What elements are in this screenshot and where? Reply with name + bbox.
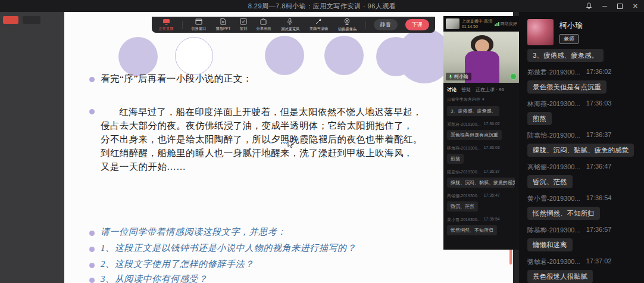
decor-circle	[324, 36, 364, 75]
ppt-document-icon	[220, 18, 226, 25]
webcam-icon	[343, 18, 351, 26]
decor-circle	[265, 36, 304, 75]
slide-heading: 看完“序”后再看一小段小说的正文：	[101, 73, 252, 85]
chat-sidebar: 柯小瑜 老师 3、疲倦感、疲惫感。 郑楚君-2019300...17:36:02…	[519, 12, 644, 283]
slide-paragraph: 红海早过了，船在印度洋面上开驶着，但是太阳依然不饶人地迟落早起， 侵占去大部分的…	[101, 105, 468, 173]
bullet-dot	[89, 231, 95, 236]
network-status: 网络良好	[495, 21, 517, 27]
window-controls: ─ ✕	[586, 0, 638, 12]
toolbar-webcam[interactable]: 切换摄像头	[337, 18, 358, 32]
bullet-dot	[89, 109, 95, 114]
slide-question-1: 1、这段正文是以钱钟书还是小说中人物的视角来进行描写的？	[101, 242, 356, 254]
slide-question-2: 2、这段文字使用了怎样的修辞手法？	[101, 259, 254, 270]
teacher-badge: 老师	[559, 34, 579, 44]
preview-header: 上课直播中·高清 01:14:50 网络良好	[443, 16, 520, 32]
checkin-icon	[240, 18, 247, 25]
taskbar-tag-dark[interactable]	[23, 16, 40, 24]
chat-meta: 骆敏君-2019300...17:37:02	[527, 257, 636, 266]
chat-meta: 林海燕-2019300...17:36:03	[527, 99, 636, 108]
toolbar-switch-window[interactable]: 切换窗口	[190, 18, 207, 32]
maximize-icon[interactable]	[617, 4, 623, 9]
live-screen-icon	[162, 18, 170, 25]
mini-message-bubble: 3、疲倦感、疲惫感。	[447, 106, 499, 116]
toolbar-divider	[182, 21, 183, 29]
chat-meta: 陈慕桦-2019300...17:36:57	[527, 226, 636, 235]
tab-in-class-count[interactable]: 正在上课 · 96	[476, 86, 504, 93]
window-title: 8.29周—7.8柯小瑜：应用文写作实训 · 96人观看	[248, 2, 396, 11]
bullet-dot	[89, 247, 95, 252]
toolbar-microphone[interactable]: 调试麦克风	[280, 18, 301, 32]
close-icon[interactable]: ✕	[633, 3, 638, 10]
chat-meta: 高铭俪-2019300...17:36:47	[527, 163, 636, 172]
live-status: 上课直播中·高清 01:14:50	[462, 18, 492, 29]
end-class-button[interactable]: 下课	[405, 19, 429, 30]
teacher-video[interactable]: 柯小瑜	[443, 32, 520, 83]
mini-message-meta: 黄小雪-2019300...17:36:54	[447, 217, 516, 223]
chat-bubble: 朦胧、沉闷、黏腻、疲惫的感觉	[527, 144, 634, 157]
teacher-name: 柯小瑜	[559, 20, 583, 31]
beauty-wand-icon	[315, 18, 322, 25]
slide-scrollbar[interactable]	[509, 249, 512, 265]
video-name-overlay: 柯小瑜	[446, 73, 471, 80]
chat-bubble: 昏沉、茫然	[527, 175, 573, 188]
mic-icon	[449, 74, 452, 79]
mini-message-bubble: 朦胧、沉闷、黏腻、疲惫的感觉	[447, 178, 515, 188]
mini-message-meta: 高铭俪-2019300...17:36:47	[447, 193, 516, 199]
share-screen-icon	[260, 18, 267, 25]
tab-qa[interactable]: 答疑	[461, 86, 471, 93]
teacher-avatar	[527, 19, 554, 45]
chat-filter[interactable]: 只看学生发言内容 ▾	[447, 97, 516, 102]
chat-bubble: 3、疲倦感、疲惫感。	[527, 49, 604, 62]
bell-icon[interactable]	[586, 2, 592, 10]
toolbar-ppt[interactable]: 播放PPT	[215, 18, 232, 32]
bullet-dot	[89, 278, 95, 283]
mouse-cursor	[287, 139, 295, 151]
mini-message-bubble: 景色很美但是有点沉重	[447, 130, 502, 140]
video-action-icon[interactable]	[510, 73, 517, 80]
app-window: 8.29周—7.8柯小瑜：应用文写作实训 · 96人观看 ─ ✕ 看完“序”后再…	[0, 0, 644, 283]
chat-meta: 黄小雪-2019300...17:36:54	[527, 194, 636, 203]
chat-bubble: 景色很迷人很黏腻	[527, 270, 593, 283]
bullet-dot	[89, 263, 95, 268]
live-status-item[interactable]: 正在直播	[158, 18, 174, 32]
chat-bubble: 煎熬	[527, 112, 552, 125]
mini-message-bubble: 煎熬	[447, 154, 464, 164]
mini-message-meta: 林海燕-2019300...17:36:03	[447, 145, 516, 151]
slide-question-intro: 请一位同学带着情感阅读这段文字，并思考：	[101, 226, 286, 238]
student-view-preview: 上课直播中·高清 01:14:50 网络良好 柯小瑜	[443, 16, 520, 250]
chat-bubble: 景色很美但是有点沉重	[527, 80, 607, 94]
toolbar-checkin[interactable]: 签到	[239, 18, 248, 32]
chat-meta: 陆嘉怡-2019300...17:36:37	[527, 131, 636, 140]
mini-message-meta: 陆嘉怡-2019300...17:36:37	[447, 169, 516, 175]
mini-message-bubble: 怅然惘然、不知所归	[447, 225, 497, 235]
chat-bubble: 怅然惘然、不知所归	[527, 207, 600, 220]
window-icon	[195, 18, 202, 25]
main-area: 看完“序”后再看一小段小说的正文： 红海早过了，船在印度洋面上开驶着，但是太阳依…	[0, 12, 644, 283]
toolbar-share-screen[interactable]: 分享画面	[255, 18, 272, 32]
network-label: 网络良好	[501, 21, 517, 27]
mini-message-bubble: 昏沉、茫然	[447, 201, 478, 212]
microphone-icon	[287, 18, 293, 26]
slide-question-3: 3、从阅读中你有何感受？	[101, 273, 208, 283]
minimize-icon[interactable]: ─	[602, 3, 607, 10]
mute-button[interactable]: 静音	[374, 19, 398, 30]
title-bar: 8.29周—7.8柯小瑜：应用文写作实训 · 96人观看 ─ ✕	[0, 0, 644, 12]
live-duration: 01:14:50	[462, 24, 492, 29]
live-status-text: 上课直播中·高清	[462, 18, 492, 24]
caret-down-icon: ▾	[482, 97, 484, 102]
tab-discussion[interactable]: 讨论	[447, 86, 457, 93]
taskbar-tag-red[interactable]	[3, 16, 18, 24]
teacher-profile: 柯小瑜 老师	[527, 19, 636, 45]
toolbar-divider	[365, 21, 366, 29]
mini-chat-tabs: 讨论 答疑 正在上课 · 96	[447, 86, 516, 93]
decor-circle-outline	[175, 37, 213, 75]
preview-thumbnail[interactable]	[446, 18, 459, 29]
left-panel	[0, 12, 64, 283]
bullet-dot	[89, 77, 95, 82]
decor-circle	[118, 37, 158, 76]
class-toolbar: 正在直播 切换窗口 播放PPT 签到 分享画面 调试麦克风	[152, 17, 435, 33]
mini-chat-panel: 讨论 答疑 正在上课 · 96 只看学生发言内容 ▾ 3、疲倦感、疲惫感。 郑楚…	[443, 83, 520, 238]
chat-meta: 郑楚君-2019300...17:36:02	[527, 68, 636, 77]
toolbar-beauty[interactable]: 美颜与滤镜	[308, 18, 329, 32]
chat-bubble: 慵懒和迷离	[527, 238, 573, 251]
